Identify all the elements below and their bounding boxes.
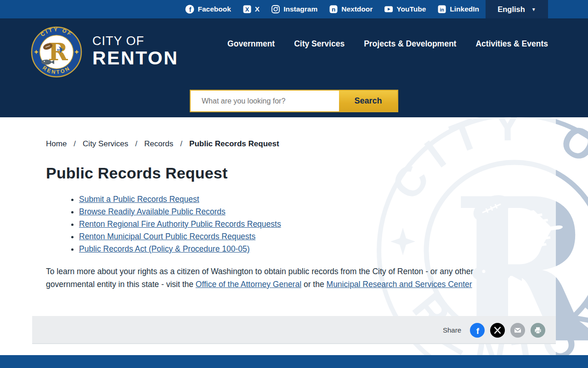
linkedin-icon: in <box>437 5 447 14</box>
share-bar: Share f <box>32 316 556 344</box>
chevron-down-icon: ▼ <box>531 7 536 12</box>
breadcrumb-separator: / <box>180 139 182 149</box>
link-browse-records[interactable]: Browse Readily Available Public Records <box>79 207 226 216</box>
link-submit-request[interactable]: Submit a Public Records Request <box>79 195 199 204</box>
share-label: Share <box>443 326 461 334</box>
site-header: CITY OF RENTON R ✈ <box>0 18 588 117</box>
nav-city-services[interactable]: City Services <box>294 39 345 49</box>
breadcrumb-home[interactable]: Home <box>46 139 67 149</box>
page: CITY OF RENTON R ✈ f Facebook <box>0 0 588 368</box>
airplane-icon: ✈ <box>512 194 571 268</box>
svg-text:f: f <box>476 326 480 336</box>
instagram-icon <box>271 5 280 14</box>
nextdoor-link[interactable]: n Nextdoor <box>329 5 373 14</box>
link-attorney-general[interactable]: Office of the Attorney General <box>196 280 301 289</box>
share-x-button[interactable] <box>490 322 505 338</box>
paragraph-text: or the <box>301 280 326 289</box>
page-title: Public Records Request <box>46 164 498 182</box>
language-selector[interactable]: English ▼ <box>486 0 548 18</box>
quick-links-list: Submit a Public Records Request Browse R… <box>46 193 498 255</box>
list-item: Submit a Public Records Request <box>79 193 498 206</box>
breadcrumb-city-services[interactable]: City Services <box>83 139 128 149</box>
breadcrumb: Home / City Services / Records / Public … <box>46 139 498 149</box>
link-mrsc[interactable]: Municipal Research and Services Center <box>327 280 472 289</box>
facebook-share-icon: f <box>469 322 485 338</box>
email-share-icon <box>510 322 526 338</box>
facebook-icon: f <box>185 5 194 14</box>
brand-city-of: CITY OF <box>92 34 178 48</box>
share-email-button[interactable] <box>510 322 526 338</box>
breadcrumb-records[interactable]: Records <box>144 139 173 149</box>
main-nav: Government City Services Projects & Deve… <box>227 39 548 49</box>
language-label: English <box>498 5 525 14</box>
nav-projects-development[interactable]: Projects & Development <box>364 39 456 49</box>
svg-text:in: in <box>440 7 444 12</box>
print-share-icon <box>530 322 546 338</box>
list-item: Renton Regional Fire Authority Public Re… <box>79 218 498 230</box>
list-item: Public Records Act (Policy & Procedure 1… <box>79 243 498 255</box>
topbar: f Facebook X X Instagram <box>0 0 588 18</box>
x-icon: X <box>243 5 252 14</box>
brand-renton: RENTON <box>92 48 178 68</box>
breadcrumb-separator: / <box>135 139 137 149</box>
link-records-act[interactable]: Public Records Act (Policy & Procedure 1… <box>79 244 250 253</box>
breadcrumb-separator: / <box>74 139 76 149</box>
x-link[interactable]: X X <box>243 5 260 14</box>
share-print-button[interactable] <box>530 322 546 338</box>
svg-text:X: X <box>245 6 249 13</box>
svg-text:n: n <box>332 6 335 13</box>
footer-bar <box>0 355 588 368</box>
youtube-icon <box>384 5 393 14</box>
brand-logo-link[interactable]: CITY OF RENTON R ✈ <box>31 26 178 78</box>
breadcrumb-current: Public Records Request <box>189 139 279 149</box>
search-input[interactable] <box>191 91 339 111</box>
svg-text:f: f <box>189 6 192 13</box>
social-links: f Facebook X X Instagram <box>185 5 479 14</box>
nextdoor-icon: n <box>329 5 338 14</box>
nav-government[interactable]: Government <box>227 39 275 49</box>
list-item: Browse Readily Available Public Records <box>79 206 498 218</box>
search-bar: Search <box>190 90 398 112</box>
youtube-link[interactable]: YouTube <box>384 5 426 14</box>
nav-activities-events[interactable]: Activities & Events <box>475 39 548 49</box>
facebook-link[interactable]: f Facebook <box>185 5 231 14</box>
x-share-icon <box>490 322 505 338</box>
list-item: Renton Municipal Court Public Records Re… <box>79 230 498 243</box>
main-content: Home / City Services / Records / Public … <box>46 139 498 291</box>
link-fire-authority[interactable]: Renton Regional Fire Authority Public Re… <box>79 219 281 229</box>
intro-paragraph: To learn more about your rights as a cit… <box>46 265 498 291</box>
search-button[interactable]: Search <box>339 91 397 111</box>
linkedin-link[interactable]: in LinkedIn <box>437 5 479 14</box>
instagram-link[interactable]: Instagram <box>271 5 317 14</box>
share-facebook-button[interactable]: f <box>469 322 485 338</box>
city-seal-logo: CITY OF RENTON R ✈ <box>31 26 82 78</box>
link-municipal-court[interactable]: Renton Municipal Court Public Records Re… <box>79 232 255 241</box>
